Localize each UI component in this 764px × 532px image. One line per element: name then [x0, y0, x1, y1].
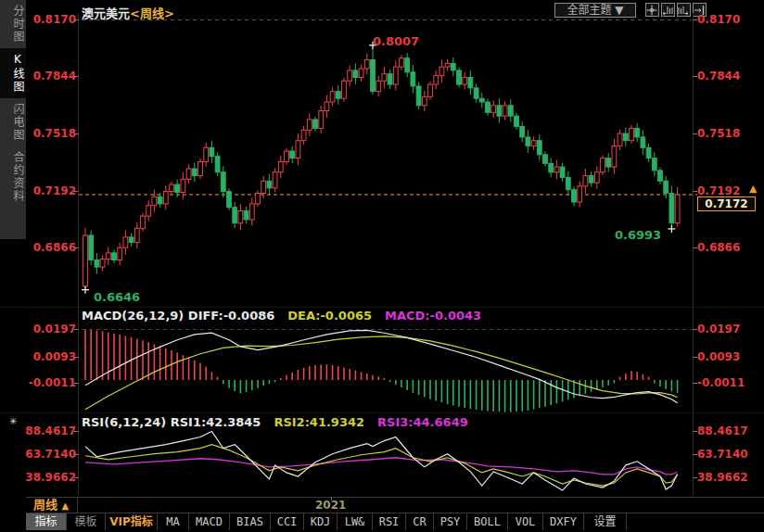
candle-body	[646, 147, 651, 158]
candle-body	[141, 216, 146, 228]
candle-body	[129, 237, 134, 243]
rsi3-line	[85, 458, 678, 475]
candle-body	[635, 128, 640, 136]
toolbar-tab-1[interactable]: 模板	[67, 513, 106, 530]
period-label: 周线	[33, 498, 57, 512]
candle-body	[520, 127, 525, 137]
toolbar-tab-2[interactable]: VIP指标	[106, 513, 158, 530]
rsi-axis-label: 88.4617	[697, 424, 757, 437]
candle-body	[307, 120, 312, 130]
candle-body	[658, 171, 663, 181]
toolbar-tab-11[interactable]: PSY	[434, 513, 467, 530]
candle-body	[221, 172, 225, 192]
candle-body	[457, 70, 462, 84]
macd-panel-chart[interactable]	[0, 308, 764, 413]
axis-tick	[74, 247, 79, 248]
candle-body	[463, 78, 467, 85]
candle-body	[359, 69, 363, 77]
toolbar-tab-0[interactable]: 指标	[26, 513, 67, 530]
toolbar-tab-7[interactable]: KDJ	[304, 513, 337, 530]
candle-body	[319, 110, 324, 128]
candle-body	[572, 190, 577, 202]
candle-body	[578, 186, 582, 202]
candle-body	[244, 210, 248, 219]
period-selector[interactable]: 周线 ▲	[26, 498, 78, 513]
candle-body	[123, 237, 128, 247]
rsi2-line	[85, 445, 678, 486]
toolbar-tab-10[interactable]: CR	[406, 513, 434, 530]
candle-body	[118, 247, 122, 260]
axis-tick	[74, 454, 79, 455]
candle-body	[641, 137, 645, 147]
price-axis-label: 0.7844	[24, 70, 76, 82]
candle-body	[393, 67, 398, 84]
macd-dea-value: DEA:-0.0065	[287, 309, 372, 323]
toolbar-tab-4[interactable]: MACD	[189, 513, 230, 530]
toolbar-tab-14[interactable]: DXFY	[543, 513, 584, 530]
price-axis-label: 0.6866	[697, 241, 757, 254]
rsi-panel-marker-icon[interactable]: ✳	[9, 416, 17, 426]
candle-body	[497, 106, 502, 116]
candle-body	[623, 133, 628, 141]
annotation-high: 0.8007	[373, 34, 419, 48]
candle-body	[336, 92, 340, 99]
toolbar-tab-15[interactable]: 设置	[584, 513, 627, 530]
candle-body	[95, 260, 99, 267]
candle-body	[371, 60, 376, 92]
candle-body	[445, 63, 450, 67]
axis-tick	[693, 329, 697, 330]
candle-body	[526, 137, 530, 146]
toolbar-tab-8[interactable]: LW&	[337, 513, 373, 530]
macd-diff-value: MACD(26,12,9) DIFF:-0.0086	[82, 309, 274, 323]
candle-body	[112, 253, 117, 260]
toolbar-tab-9[interactable]: RSI	[373, 513, 406, 530]
candle-body	[468, 78, 473, 88]
axis-tick	[74, 357, 79, 358]
candle-body	[89, 235, 94, 260]
candle-body	[227, 192, 232, 208]
candle-body	[589, 176, 593, 184]
candle-body	[503, 106, 507, 116]
candle-body	[491, 106, 496, 113]
candle-body	[451, 63, 455, 70]
candle-body	[474, 88, 478, 98]
toolbar-tab-12[interactable]: BOLL	[467, 513, 508, 530]
candle-body	[664, 181, 668, 193]
candle-body	[186, 169, 191, 179]
candle-body	[261, 181, 266, 193]
candle-body	[652, 158, 656, 171]
toolbar-tab-6[interactable]: CCI	[271, 513, 304, 530]
candle-body	[100, 260, 105, 268]
axis-tick	[74, 19, 79, 20]
candle-body	[416, 86, 421, 106]
axis-tick	[693, 191, 697, 192]
macd-axis-label: 0.0093	[697, 350, 757, 363]
annotation-low-left: 0.6646	[94, 290, 140, 304]
candle-body	[486, 102, 490, 112]
rsi-axis-label: 63.7140	[697, 448, 757, 461]
candle-body	[198, 161, 203, 175]
axis-tick	[693, 383, 697, 384]
axis-tick	[74, 329, 79, 330]
price-axis-label: 0.7192	[697, 184, 757, 197]
candle-body	[301, 130, 306, 140]
trading-app-window: { "window": { "symbol": "澳元美元", "period_…	[0, 0, 764, 532]
candle-body	[537, 141, 541, 155]
toolbar-tab-3[interactable]: MA	[158, 513, 189, 530]
candle-body	[411, 72, 415, 86]
candle-body	[675, 195, 680, 223]
candle-body	[630, 128, 634, 140]
price-axis-label: 0.8170	[24, 13, 76, 26]
toolbar-tab-5[interactable]: BIAS	[230, 513, 271, 530]
candle-body	[313, 120, 318, 128]
toolbar-tab-13[interactable]: VOL	[508, 513, 543, 530]
candle-body	[278, 161, 283, 171]
candle-body	[508, 106, 513, 116]
price-axis-label: 0.6866	[24, 241, 76, 254]
axis-tick	[693, 76, 697, 77]
macd-axis-label: 0.0197	[24, 323, 76, 336]
candle-body	[134, 228, 139, 242]
macd-axis-label: 0.0197	[697, 323, 757, 336]
rsi2-value: RSI2:41.9342	[274, 415, 364, 429]
candle-body	[238, 210, 243, 222]
